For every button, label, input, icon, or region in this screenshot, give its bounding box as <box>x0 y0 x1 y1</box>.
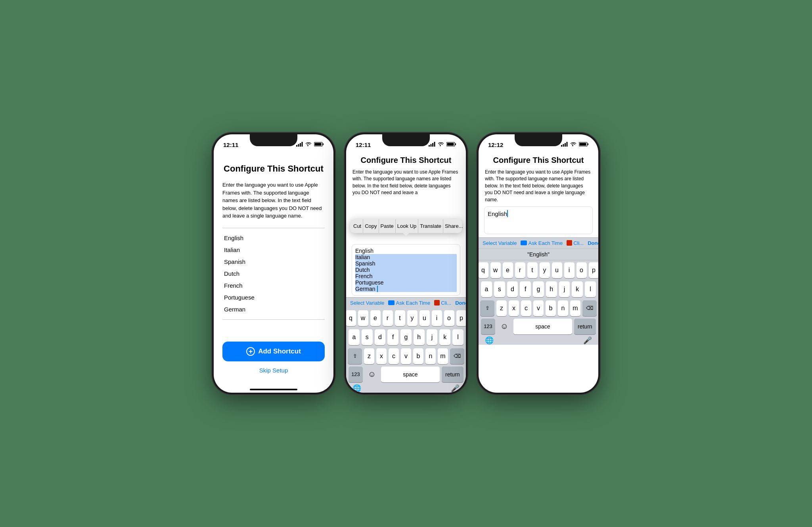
key-l-3[interactable]: l <box>585 281 596 297</box>
key-m-2[interactable]: m <box>438 348 448 364</box>
key-r-2[interactable]: r <box>383 310 393 326</box>
context-copy[interactable]: Copy <box>363 219 379 233</box>
key-i-2[interactable]: i <box>432 310 442 326</box>
key-p-2[interactable]: p <box>456 310 466 326</box>
key-u-3[interactable]: u <box>552 262 562 278</box>
key-e-3[interactable]: e <box>503 262 513 278</box>
mic-icon-3[interactable]: 🎤 <box>583 336 592 345</box>
key-backspace-3[interactable]: ⌫ <box>582 300 597 316</box>
done-btn-2[interactable]: Done <box>455 300 466 306</box>
key-j-2[interactable]: j <box>427 329 438 345</box>
key-s-2[interactable]: s <box>362 329 373 345</box>
svg-rect-1 <box>298 144 299 147</box>
key-n-3[interactable]: n <box>558 300 568 316</box>
key-v-2[interactable]: v <box>401 348 411 364</box>
key-e-2[interactable]: e <box>370 310 381 326</box>
context-share[interactable]: Share... <box>443 219 465 233</box>
lang-dutch-1: Dutch <box>222 268 325 280</box>
key-o-3[interactable]: o <box>576 262 587 278</box>
key-x-2[interactable]: x <box>376 348 387 364</box>
key-g-3[interactable]: g <box>533 281 544 297</box>
key-z-2[interactable]: z <box>364 348 374 364</box>
clip-btn-2[interactable]: Cli... <box>441 300 451 306</box>
key-return-2[interactable]: return <box>442 367 463 382</box>
key-a-3[interactable]: a <box>481 281 492 297</box>
key-backspace-2[interactable]: ⌫ <box>450 348 464 364</box>
key-h-3[interactable]: h <box>546 281 557 297</box>
skip-setup-link[interactable]: Skip Setup <box>222 367 325 374</box>
plus-circle-icon: + <box>246 347 255 356</box>
text-field-2[interactable]: English ItalianSpanishDutchFrenchPortugu… <box>352 244 460 296</box>
select-variable-btn-2[interactable]: Select Variable <box>350 300 384 306</box>
status-bar-2: 12:11 ◂ <box>346 134 466 152</box>
key-p-3[interactable]: p <box>589 262 599 278</box>
phone-1-content: Configure This Shortcut Enter the langua… <box>214 152 333 382</box>
key-g-2[interactable]: g <box>400 329 412 345</box>
location-icon-1: ◂ <box>266 142 268 147</box>
key-z-3[interactable]: z <box>496 300 507 316</box>
key-q-2[interactable]: q <box>346 310 356 326</box>
key-v-3[interactable]: v <box>533 300 544 316</box>
key-emoji-3[interactable]: ☺ <box>497 319 511 334</box>
key-y-3[interactable]: y <box>540 262 550 278</box>
add-shortcut-button[interactable]: + Add Shortcut <box>222 342 325 361</box>
done-btn-3[interactable]: Done <box>588 240 598 246</box>
context-translate[interactable]: Translate <box>418 219 443 233</box>
key-d-2[interactable]: d <box>375 329 386 345</box>
key-shift-3[interactable]: ⇧ <box>480 300 494 316</box>
key-d-3[interactable]: d <box>507 281 518 297</box>
key-u-2[interactable]: u <box>419 310 430 326</box>
key-x-3[interactable]: x <box>509 300 519 316</box>
key-f-2[interactable]: f <box>387 329 398 345</box>
status-icons-3 <box>561 142 589 148</box>
key-q-3[interactable]: q <box>479 262 488 278</box>
key-space-3[interactable]: space <box>513 319 572 334</box>
key-i-3[interactable]: i <box>564 262 575 278</box>
phone-2-screen: 12:11 ◂ Configure <box>346 134 466 393</box>
key-b-3[interactable]: b <box>546 300 556 316</box>
key-o-2[interactable]: o <box>444 310 454 326</box>
key-j-3[interactable]: j <box>559 281 570 297</box>
globe-icon-2[interactable]: 🌐 <box>352 384 361 393</box>
battery-icon-1 <box>314 142 324 148</box>
key-k-3[interactable]: k <box>572 281 583 297</box>
text-field-3[interactable]: English <box>484 206 593 234</box>
key-a-2[interactable]: a <box>349 329 360 345</box>
ask-each-time-btn-2[interactable]: Ask Each Time <box>396 300 430 306</box>
configure-header-2: Configure This Shortcut Enter the langua… <box>346 152 466 197</box>
key-w-3[interactable]: w <box>490 262 501 278</box>
key-c-3[interactable]: c <box>521 300 531 316</box>
context-lookup[interactable]: Look Up <box>396 219 418 233</box>
key-space-2[interactable]: space <box>381 367 440 382</box>
signal-icon-2 <box>429 142 435 148</box>
ask-each-time-btn-3[interactable]: Ask Each Time <box>528 240 563 246</box>
key-c-2[interactable]: c <box>389 348 399 364</box>
key-numbers-2[interactable]: 123 <box>349 367 363 382</box>
key-r-3[interactable]: r <box>515 262 525 278</box>
key-y-2[interactable]: y <box>407 310 417 326</box>
key-shift-2[interactable]: ⇧ <box>348 348 362 364</box>
key-l-2[interactable]: l <box>452 329 463 345</box>
key-emoji-2[interactable]: ☺ <box>365 367 379 382</box>
clip-btn-3[interactable]: Cli... <box>573 240 584 246</box>
key-k-2[interactable]: k <box>439 329 450 345</box>
keyboard-3: q w e r t y u i o p a s d <box>479 260 598 345</box>
key-t-2[interactable]: t <box>395 310 405 326</box>
key-h-2[interactable]: h <box>414 329 425 345</box>
key-s-3[interactable]: s <box>494 281 505 297</box>
globe-icon-3[interactable]: 🌐 <box>485 336 494 345</box>
key-w-2[interactable]: w <box>358 310 368 326</box>
context-cut[interactable]: Cut <box>352 219 363 233</box>
key-numbers-3[interactable]: 123 <box>481 319 495 334</box>
lang-english-1: English <box>222 232 325 244</box>
mic-icon-2[interactable]: 🎤 <box>451 384 460 393</box>
key-n-2[interactable]: n <box>425 348 436 364</box>
key-m-3[interactable]: m <box>570 300 580 316</box>
phones-container: 12:11 ◂ Configure This Shortcut <box>212 133 600 394</box>
select-variable-btn-3[interactable]: Select Variable <box>483 240 517 246</box>
key-return-3[interactable]: return <box>574 319 596 334</box>
key-b-2[interactable]: b <box>413 348 423 364</box>
key-t-3[interactable]: t <box>527 262 538 278</box>
context-paste[interactable]: Paste <box>379 219 396 233</box>
key-f-3[interactable]: f <box>520 281 531 297</box>
